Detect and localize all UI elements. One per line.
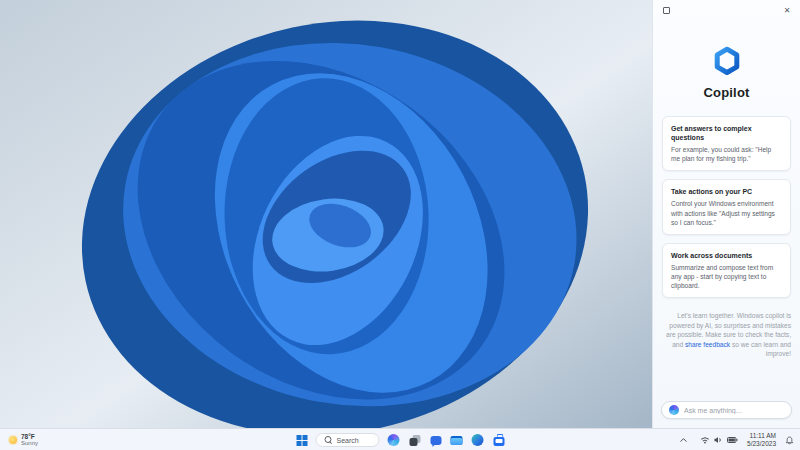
search-icon (325, 436, 333, 444)
disclaimer-text: Let's learn together. Windows copilot is… (662, 311, 791, 359)
tray-status-icons[interactable] (697, 434, 741, 446)
desktop: ✕ Copilot Get answers to complex questio… (0, 0, 800, 450)
disclaimer-post: so we can learn and improve! (730, 341, 791, 358)
bloom-illustration (0, 0, 652, 428)
search-box[interactable]: Search (316, 433, 380, 447)
volume-icon (714, 436, 723, 444)
file-explorer-icon (451, 436, 463, 445)
suggestion-card[interactable]: Get answers to complex questions For exa… (662, 116, 791, 171)
start-button[interactable] (295, 433, 309, 447)
share-feedback-link[interactable]: share feedback (685, 341, 730, 348)
edge-browser-icon (472, 434, 484, 446)
taskbar-item-task-view[interactable] (408, 433, 422, 447)
clock-date: 5/23/2023 (747, 440, 776, 448)
battery-icon (727, 436, 738, 444)
copilot-icon (388, 434, 400, 446)
weather-text: 78°F Sunny (21, 433, 38, 447)
chevron-up-icon (679, 436, 688, 444)
task-view-icon (409, 435, 420, 446)
taskbar-item-chat[interactable] (429, 433, 443, 447)
taskbar-center: Search (295, 429, 506, 450)
clock[interactable]: 11:11 AM 5/23/2023 (747, 432, 776, 448)
windows-logo-icon (296, 435, 307, 446)
copilot-logo-block: Copilot (653, 46, 800, 100)
card-body: For example, you could ask: "Help me pla… (671, 145, 782, 163)
close-icon[interactable]: ✕ (781, 4, 793, 16)
taskbar: 78°F Sunny Search (0, 428, 800, 450)
search-label: Search (337, 437, 359, 444)
pop-out-icon[interactable] (660, 4, 672, 16)
notification-bell-icon (785, 436, 794, 445)
suggestion-card[interactable]: Take actions on your PC Control your Win… (662, 179, 791, 234)
notification-center-button[interactable] (782, 434, 797, 447)
copilot-panel: ✕ Copilot Get answers to complex questio… (652, 0, 800, 428)
card-body: Control your Windows environment with ac… (671, 199, 782, 226)
weather-condition: Sunny (21, 440, 38, 447)
clock-time: 11:11 AM (747, 432, 776, 440)
suggestion-card[interactable]: Work across documents Summarize and comp… (662, 243, 791, 298)
system-tray: 11:11 AM 5/23/2023 (676, 429, 797, 450)
copilot-spark-icon (669, 405, 679, 415)
ask-me-anything-input[interactable] (684, 407, 784, 414)
taskbar-item-file-explorer[interactable] (450, 433, 464, 447)
copilot-title: Copilot (703, 85, 749, 100)
card-body: Summarize and compose text from any app … (671, 263, 782, 290)
microsoft-store-icon (493, 437, 504, 446)
spacer (653, 359, 800, 401)
card-title: Work across documents (671, 251, 782, 260)
taskbar-item-copilot[interactable] (387, 433, 401, 447)
suggestion-cards: Get answers to complex questions For exa… (662, 116, 791, 298)
card-title: Get answers to complex questions (671, 124, 782, 142)
taskbar-item-edge[interactable] (471, 433, 485, 447)
tray-overflow-button[interactable] (676, 434, 691, 446)
bloom-wallpaper (0, 0, 652, 428)
chat-icon (430, 436, 441, 445)
copilot-topbar: ✕ (653, 0, 800, 20)
card-title: Take actions on your PC (671, 187, 782, 196)
weather-widget[interactable]: 78°F Sunny (4, 429, 43, 450)
weather-temperature: 78°F (21, 433, 38, 440)
taskbar-item-store[interactable] (492, 433, 506, 447)
sun-icon (9, 436, 17, 444)
chat-input-bar[interactable] (661, 401, 792, 419)
wifi-icon (700, 436, 710, 444)
copilot-logo-icon (712, 46, 742, 76)
